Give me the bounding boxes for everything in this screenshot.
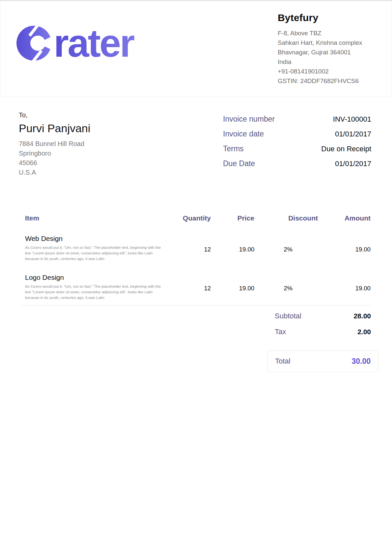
due-date-row: Due Date 01/01/2017 (223, 159, 371, 174)
total-label: Total (275, 357, 290, 365)
header-item: Item (25, 214, 165, 223)
subtotal-label: Subtotal (275, 312, 301, 320)
invoice-date-row: Invoice date 01/01/2017 (223, 130, 371, 144)
item-amount: 19.00 (318, 273, 371, 301)
subtotal-value: 28.00 (353, 312, 371, 320)
header-discount: Discount (254, 214, 318, 223)
company-name: Bytefury (278, 12, 383, 23)
company-address-line: Sahkari Hart, Krishna complex (278, 38, 383, 47)
item-amount: 19.00 (318, 234, 371, 262)
item-quantity: 12 (165, 234, 211, 262)
item-description: As Cicero would put it, “Um, not so fast… (25, 284, 163, 301)
invoice-meta: Invoice number INV-100001 Invoice date 0… (223, 115, 371, 174)
item-name: Web Design (25, 234, 165, 243)
recipient-address-line: U.S.A (19, 168, 90, 177)
invoice-number-label: Invoice number (223, 115, 275, 124)
terms-label: Terms (223, 144, 244, 153)
table-row: Logo Design As Cicero would put it, “Um,… (25, 273, 371, 301)
company-address-line: Bhavnagar, Gujrat 364001 (278, 47, 383, 57)
item-description: As Cicero would put it, “Um, not so fast… (25, 245, 163, 262)
header-quantity: Quantity (165, 214, 211, 223)
tax-row: Tax 2.00 (267, 328, 378, 343)
recipient-address-line: Springboro (19, 149, 90, 158)
totals-section: Subtotal 28.00 Tax 2.00 Total 30.00 (267, 312, 378, 372)
totals-divider (21, 305, 371, 306)
total-box: Total 30.00 (267, 350, 378, 372)
crater-logo: rater (15, 23, 162, 64)
due-date-value: 01/01/2017 (335, 160, 371, 168)
invoice-number-row: Invoice number INV-100001 (223, 115, 371, 130)
company-address-line: F-8, Above TBZ (278, 28, 383, 38)
crater-logo-icon: rater (15, 23, 162, 64)
invoice-number-value: INV-100001 (333, 115, 371, 124)
header-price: Price (211, 214, 254, 223)
recipient-address-line: 7884 Bunnel Hill Road (19, 139, 90, 149)
crater-c-mark (16, 23, 54, 64)
company-gstin: GSTIN: 24DDF7682FHVCS6 (278, 76, 383, 86)
terms-row: Terms Due on Receipt (223, 144, 371, 159)
header-amount: Amount (318, 214, 371, 223)
company-address-line: India (278, 57, 383, 67)
header: rater Bytefury F-8, Above TBZ Sahkari Ha… (0, 0, 392, 97)
items-table: Item Quantity Price Discount Amount Web … (25, 214, 371, 301)
invoice-date-value: 01/01/2017 (335, 130, 371, 138)
tax-value: 2.00 (357, 328, 371, 336)
recipient-address-line: 45066 (19, 158, 90, 168)
invoice-date-label: Invoice date (223, 130, 264, 138)
item-discount: 2% (254, 273, 318, 301)
recipient-block: To, Purvi Panjvani 7884 Bunnel Hill Road… (19, 111, 90, 177)
subtotal-row: Subtotal 28.00 (267, 312, 378, 328)
crater-wordmark: rater (54, 23, 134, 64)
items-table-header: Item Quantity Price Discount Amount (25, 214, 371, 223)
company-info: Bytefury F-8, Above TBZ Sahkari Hart, Kr… (278, 12, 383, 86)
item-name: Logo Design (25, 273, 165, 282)
total-value: 30.00 (351, 357, 371, 366)
table-row: Web Design As Cicero would put it, “Um, … (25, 234, 371, 262)
item-quantity: 12 (165, 273, 211, 301)
recipient-to-label: To, (19, 111, 90, 119)
company-phone: +91-08141901002 (278, 67, 383, 76)
item-discount: 2% (254, 234, 318, 262)
terms-value: Due on Receipt (321, 145, 371, 153)
invoice-page: rater Bytefury F-8, Above TBZ Sahkari Ha… (0, 0, 392, 555)
due-date-label: Due Date (223, 159, 255, 168)
tax-label: Tax (275, 328, 286, 336)
item-price: 19.00 (211, 273, 254, 301)
item-price: 19.00 (211, 234, 254, 262)
recipient-name: Purvi Panjvani (19, 122, 90, 135)
